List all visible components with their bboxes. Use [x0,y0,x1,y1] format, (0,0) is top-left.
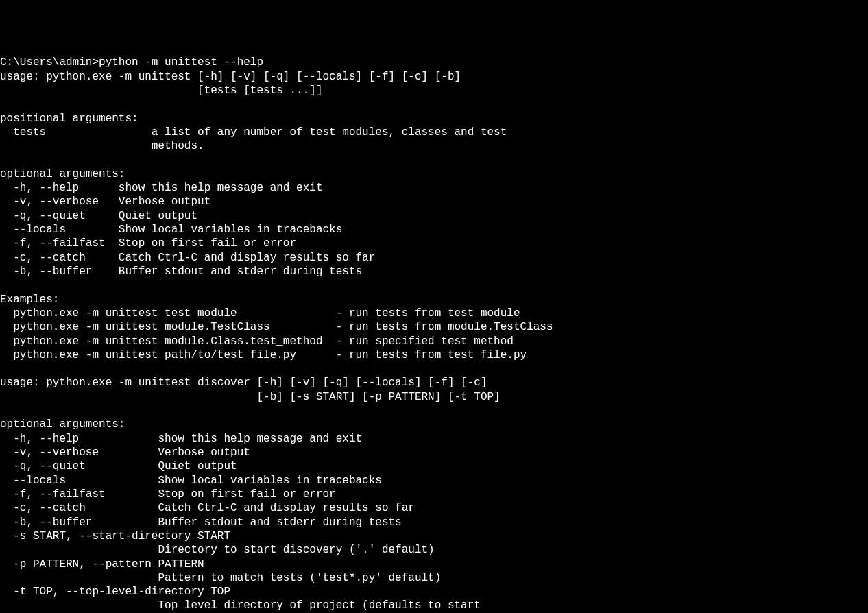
usage-line: usage: python.exe -m unittest [-h] [-v] … [0,71,461,83]
terminal-output[interactable]: C:\Users\admin>python -m unittest --help… [0,56,868,613]
example-line: python.exe -m unittest module.Class.test… [0,335,514,348]
help-line: -t TOP, --top-level-directory TOP [0,586,230,598]
help-line: -q, --quiet Quiet output [0,210,197,222]
usage-line: usage: python.exe -m unittest discover [… [0,376,487,389]
help-line: Top level directory of project (defaults… [0,599,481,612]
help-line: methods. [0,140,204,152]
help-line: -v, --verbose Verbose output [0,195,210,208]
section-header: positional arguments: [0,112,138,125]
help-line: -b, --buffer Buffer stdout and stderr du… [0,516,402,529]
help-line: --locals Show local variables in traceba… [0,474,382,487]
help-line: -f, --failfast Stop on first fail or err… [0,488,336,501]
help-line: -q, --quiet Quiet output [0,460,237,472]
command-input: python -m unittest --help [99,56,263,69]
help-line: Pattern to match tests ('test*.py' defau… [0,572,441,584]
example-line: python.exe -m unittest module.TestClass … [0,321,553,333]
help-line: --locals Show local variables in traceba… [0,224,342,236]
help-line: -c, --catch Catch Ctrl-C and display res… [0,252,375,264]
usage-line: [tests [tests ...]] [0,84,322,97]
section-header: optional arguments: [0,418,125,431]
help-line: -s START, --start-directory START [0,530,230,542]
help-line: -c, --catch Catch Ctrl-C and display res… [0,502,415,514]
prompt: C:\Users\admin> [0,56,99,69]
help-line: -f, --failfast Stop on first fail or err… [0,237,296,250]
section-header: optional arguments: [0,168,125,180]
usage-line: [-b] [-s START] [-p PATTERN] [-t TOP] [0,391,501,403]
help-line: tests a list of any number of test modul… [0,126,507,139]
help-line: -p PATTERN, --pattern PATTERN [0,558,204,570]
example-line: python.exe -m unittest path/to/test_file… [0,349,527,361]
section-header: Examples: [0,293,59,306]
help-line: -b, --buffer Buffer stdout and stderr du… [0,265,362,278]
help-line: -v, --verbose Verbose output [0,446,250,459]
help-line: -h, --help show this help message and ex… [0,182,322,194]
help-line: -h, --help show this help message and ex… [0,433,362,445]
example-line: python.exe -m unittest test_module - run… [0,307,520,320]
help-line: Directory to start discovery ('.' defaul… [0,544,435,556]
